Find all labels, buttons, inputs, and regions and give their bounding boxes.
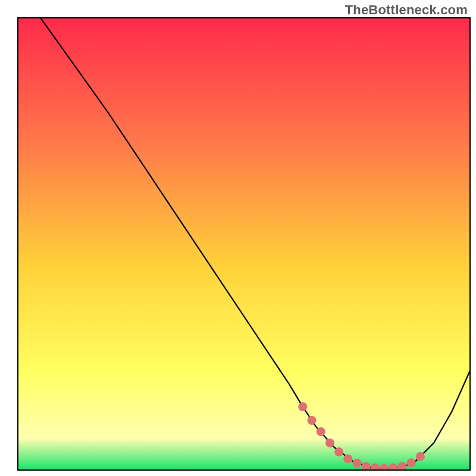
bottleneck-chart — [0, 0, 476, 476]
marker-dot — [371, 464, 380, 472]
marker-dot — [325, 439, 334, 447]
marker-dot — [343, 455, 352, 464]
marker-dot — [389, 464, 397, 472]
marker-dot — [353, 459, 362, 468]
marker-dot — [317, 427, 325, 436]
chart-container: TheBottleneck.com — [0, 0, 476, 476]
marker-dot — [334, 447, 343, 456]
marker-dot — [416, 452, 425, 461]
marker-dot — [380, 464, 389, 473]
marker-dot — [298, 402, 307, 411]
gradient-background — [18, 18, 470, 470]
marker-dot — [407, 458, 416, 467]
marker-dot — [308, 416, 317, 425]
